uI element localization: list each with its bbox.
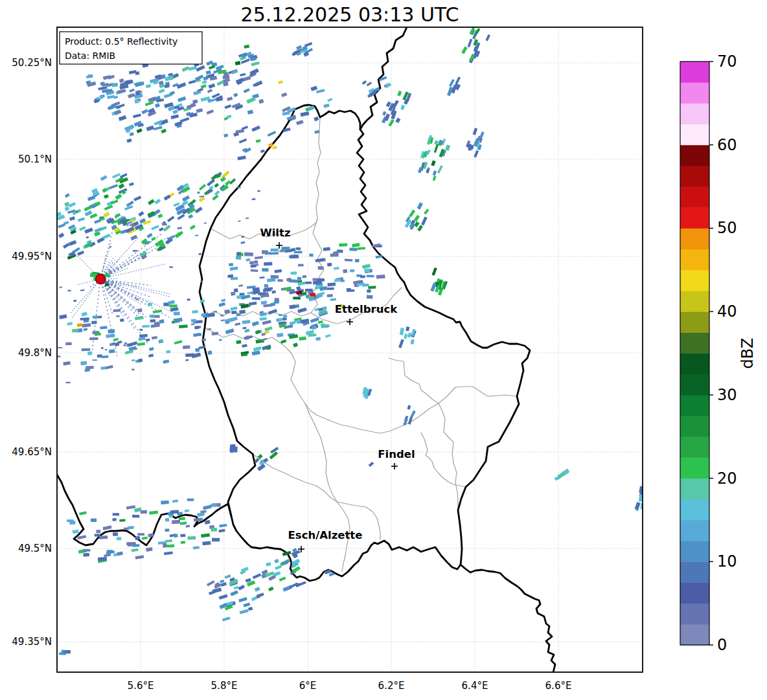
colorbar-tick-label: 0 <box>717 636 727 654</box>
map-frame <box>57 27 643 672</box>
reflectivity-echo-layer <box>41 25 645 655</box>
colorbar-tick-label: 60 <box>717 136 737 154</box>
info-data-line: Data: RMIB <box>65 51 115 61</box>
y-tick-label: 49.95°N <box>12 251 52 262</box>
colorbar-tick-label: 40 <box>717 302 737 321</box>
product-info-box: Product: 0.5° Reflectivity Data: RMIB <box>60 32 202 64</box>
colorbar-tick-label: 10 <box>717 552 737 570</box>
x-tick-label: 6.4°E <box>462 680 488 692</box>
info-product-line: Product: 0.5° Reflectivity <box>65 36 177 47</box>
city-label-ettelbruck: Ettelbruck <box>335 303 398 315</box>
city-label-wiltz: Wiltz <box>260 227 290 239</box>
y-tick-label: 50.25°N <box>12 57 52 69</box>
colorbar-tick-label: 30 <box>717 386 737 404</box>
radar-site-marker <box>96 275 106 284</box>
figure-title: 25.12.2025 03:13 UTC <box>241 3 459 26</box>
axis-tick-labels: 5.6°E5.8°E6°E6.2°E6.4°E6.6°E50.25°N50.1°… <box>12 57 571 692</box>
district-borders-layer <box>205 117 517 571</box>
y-tick-label: 49.35°N <box>12 636 52 648</box>
colorbar-tick-label: 50 <box>717 219 737 237</box>
x-tick-label: 6.2°E <box>378 680 405 692</box>
city-label-esch-alzette: Esch/Alzette <box>288 529 363 541</box>
y-tick-label: 49.65°N <box>12 446 52 458</box>
x-tick-label: 6.6°E <box>545 680 572 692</box>
radar-reflectivity-figure: 25.12.2025 03:13 UTC WiltzEttelbruckFind… <box>0 0 767 700</box>
x-tick-label: 6°E <box>299 680 317 692</box>
y-tick-label: 49.8°N <box>18 347 52 359</box>
city-label-findel: Findel <box>378 448 415 460</box>
x-tick-label: 5.6°E <box>128 680 154 692</box>
y-tick-label: 49.5°N <box>18 543 52 554</box>
colorbar-tick-label: 20 <box>717 469 737 488</box>
radar-site-dot <box>96 275 106 284</box>
y-tick-label: 50.1°N <box>18 153 52 165</box>
x-tick-label: 5.8°E <box>211 680 238 692</box>
colorbar: 010203040506070 <box>680 52 737 654</box>
graticule-layer <box>57 27 643 672</box>
colorbar-tick-label: 70 <box>717 52 737 71</box>
colorbar-axis-label: dBZ <box>738 337 757 368</box>
city-markers-layer: WiltzEttelbruckFindelEsch/Alzette <box>260 227 415 552</box>
